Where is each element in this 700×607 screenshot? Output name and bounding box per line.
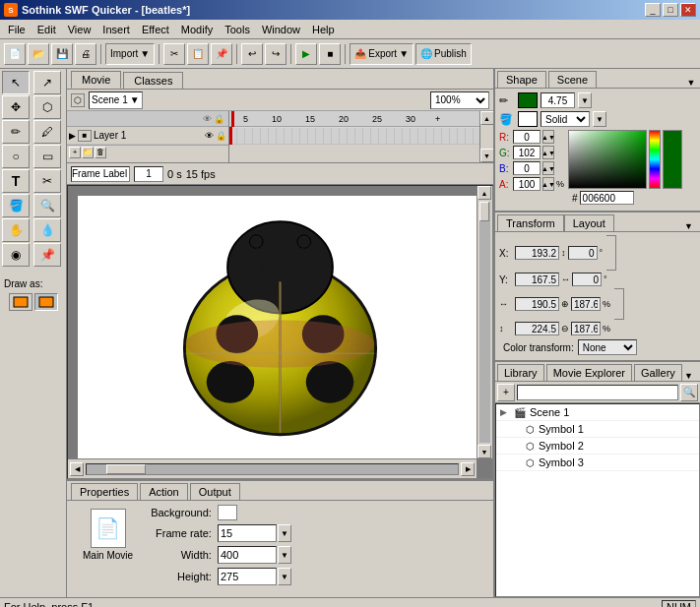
lib-search-input[interactable]: [517, 385, 678, 400]
tab-shape[interactable]: Shape: [497, 71, 546, 88]
height-input[interactable]: [218, 568, 277, 585]
y-angle-input[interactable]: [572, 273, 602, 286]
menu-modify[interactable]: Modify: [175, 22, 219, 37]
frame-rate-dropdown[interactable]: ▼: [278, 524, 291, 542]
tool-pencil[interactable]: ✏: [2, 120, 30, 144]
tool-move[interactable]: ✥: [2, 95, 30, 119]
redo-button[interactable]: ↪: [265, 43, 286, 65]
stroke-size-dropdown[interactable]: ▼: [578, 92, 592, 108]
layer-row[interactable]: ▶ ■ Layer 1 👁 🔒: [67, 127, 228, 145]
tab-movie-explorer[interactable]: Movie Explorer: [546, 364, 632, 381]
tool-scissors[interactable]: ✂: [33, 169, 61, 193]
color-transform-select[interactable]: None: [578, 339, 637, 355]
tab-output[interactable]: Output: [190, 483, 240, 500]
lib-search-btn[interactable]: 🔍: [680, 384, 698, 401]
g-input[interactable]: [513, 146, 541, 159]
tab-properties[interactable]: Properties: [71, 483, 138, 500]
lib-add-btn[interactable]: +: [497, 384, 515, 401]
canvas-scroll-right[interactable]: ▶: [461, 462, 475, 476]
canvas-scroll-left[interactable]: ◀: [70, 462, 84, 476]
panel-menu-btn[interactable]: ▼: [684, 78, 698, 88]
transform-menu-btn[interactable]: ▼: [684, 221, 698, 231]
cut-button[interactable]: ✂: [163, 43, 185, 65]
undo-button[interactable]: ↩: [241, 43, 263, 65]
color-gradient[interactable]: [568, 130, 647, 189]
y-input[interactable]: [515, 273, 559, 286]
minimize-button[interactable]: _: [645, 3, 661, 17]
height-dropdown[interactable]: ▼: [278, 568, 291, 585]
tool-hand[interactable]: ✋: [2, 218, 30, 242]
tool-erase[interactable]: ◉: [2, 243, 30, 267]
color-spectrum[interactable]: [649, 130, 661, 189]
tool-text[interactable]: T: [2, 169, 30, 193]
tab-scene[interactable]: Scene: [548, 71, 597, 88]
tool-pin[interactable]: 📌: [33, 243, 61, 267]
b-input[interactable]: [513, 161, 541, 175]
h-input[interactable]: [515, 322, 559, 335]
maximize-button[interactable]: □: [663, 3, 678, 17]
width-dropdown[interactable]: ▼: [278, 546, 291, 564]
a-input[interactable]: [513, 177, 541, 191]
lib-item-symbol1[interactable]: ⬡ Symbol 1: [496, 421, 699, 438]
scale-lock-bracket[interactable]: [614, 288, 624, 320]
draw-box-right[interactable]: [34, 293, 58, 311]
save-button[interactable]: 💾: [51, 43, 73, 65]
w-pct-input[interactable]: [571, 297, 601, 311]
tab-movie[interactable]: Movie: [71, 71, 121, 89]
menu-file[interactable]: File: [2, 22, 32, 37]
x-input[interactable]: [515, 246, 559, 260]
frame-number-input[interactable]: 1: [134, 166, 163, 182]
width-input[interactable]: [218, 546, 277, 564]
tab-classes[interactable]: Classes: [123, 72, 183, 89]
canvas-scroll-up[interactable]: ▲: [477, 186, 491, 200]
tool-subselect[interactable]: ↗: [33, 71, 61, 94]
h-pct-input[interactable]: [571, 322, 601, 335]
menu-view[interactable]: View: [62, 22, 97, 37]
paste-button[interactable]: 📌: [211, 43, 232, 65]
r-spin[interactable]: ▲▼: [542, 130, 554, 144]
tab-transform[interactable]: Transform: [497, 214, 564, 231]
lib-item-symbol2[interactable]: ⬡ Symbol 2: [496, 438, 699, 455]
export-button[interactable]: 📤Export▼: [350, 43, 414, 65]
tab-layout[interactable]: Layout: [564, 214, 614, 231]
open-button[interactable]: 📂: [28, 43, 49, 65]
add-folder-btn[interactable]: 📁: [82, 147, 94, 158]
a-spin[interactable]: ▲▼: [542, 177, 554, 191]
scroll-up[interactable]: ▲: [480, 111, 494, 125]
tab-library[interactable]: Library: [497, 364, 544, 381]
play-button[interactable]: ▶: [295, 43, 317, 65]
tab-action[interactable]: Action: [140, 483, 188, 500]
menu-window[interactable]: Window: [256, 22, 306, 37]
g-spin[interactable]: ▲▼: [542, 146, 554, 159]
delete-layer-btn[interactable]: 🗑: [95, 147, 106, 158]
lock-bracket[interactable]: [606, 235, 616, 271]
stroke-size-input[interactable]: [541, 92, 575, 108]
fill-style-select[interactable]: Solid: [541, 111, 590, 127]
stroke-color-swatch[interactable]: [518, 92, 538, 108]
tool-eyedrop[interactable]: 💧: [33, 218, 61, 242]
canvas-inner[interactable]: [78, 196, 482, 458]
tab-gallery[interactable]: Gallery: [634, 364, 682, 381]
canvas-scroll-down[interactable]: ▼: [477, 445, 491, 458]
import-button[interactable]: Import▼: [105, 43, 155, 65]
r-input[interactable]: [513, 130, 541, 144]
lib-item-scene1[interactable]: ▶ 🎬 Scene 1: [496, 404, 699, 421]
scene-selector[interactable]: Scene 1▼: [89, 91, 143, 109]
frame-rate-input[interactable]: [218, 524, 277, 542]
tool-select[interactable]: ↖: [2, 71, 30, 94]
menu-effect[interactable]: Effect: [136, 22, 175, 37]
tool-fill[interactable]: 🪣: [2, 194, 30, 217]
tool-rect[interactable]: ▭: [33, 145, 61, 168]
hex-input[interactable]: [580, 191, 634, 205]
fill-color-swatch[interactable]: [518, 111, 538, 127]
scroll-down[interactable]: ▼: [480, 149, 494, 162]
frame-label-input[interactable]: [71, 166, 130, 182]
menu-edit[interactable]: Edit: [32, 22, 62, 37]
publish-button[interactable]: 🌐Publish: [415, 43, 472, 65]
lib-menu-btn[interactable]: ▼: [684, 371, 698, 381]
tool-pen[interactable]: 🖊: [33, 120, 61, 144]
tool-oval[interactable]: ○: [2, 145, 30, 168]
menu-help[interactable]: Help: [306, 22, 341, 37]
lib-item-symbol3[interactable]: ⬡ Symbol 3: [496, 455, 699, 471]
menu-insert[interactable]: Insert: [96, 22, 136, 37]
